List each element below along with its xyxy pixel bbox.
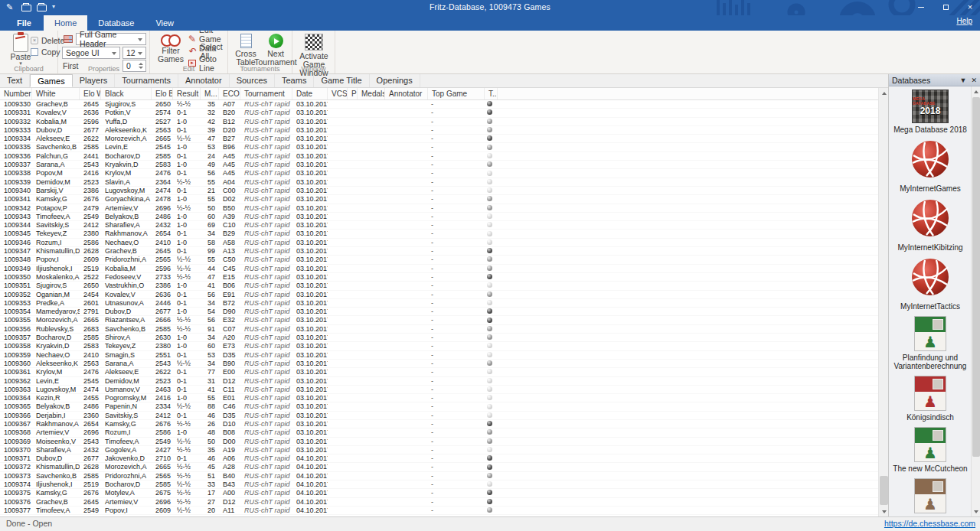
table-row[interactable]: 1009372Khismatullin,D2628Morozevich,A266… (0, 463, 878, 471)
database-item-myinternetkibitzing[interactable]: MyInternetKibitzing (897, 198, 962, 252)
table-row[interactable]: 1009350Moskalenko,A2522Fedoseev,V2733½-½… (0, 273, 878, 282)
table-row[interactable]: 1009356Rublevsky,S2683Savchenko,B2585½-½… (0, 325, 878, 334)
database-item-myinternetgames[interactable]: MyInternetGames (900, 139, 960, 193)
table-row[interactable]: 1009367Rakhmanov,A2654Kamsky,G2676½-½26D… (0, 420, 878, 428)
table-scrollbar[interactable] (878, 88, 888, 516)
tab-view[interactable]: View (145, 15, 185, 31)
table-row[interactable]: 1009355Morozevich,A2665Riazantsev,A2666½… (0, 316, 878, 324)
column-header-tournament[interactable]: Tournament (240, 88, 292, 99)
table-row[interactable]: 1009335Savchenko,B2585Levin,E25451-053B9… (0, 143, 878, 151)
help-link[interactable]: Help (956, 17, 972, 25)
sidebar-scroll-up-icon[interactable] (972, 86, 980, 96)
table-row[interactable]: 1009363Lugovskoy,M2474Usmanov,V24630-141… (0, 386, 878, 394)
table-row[interactable]: 1009366Derjabin,I2360Savitskiy,S24120-14… (0, 412, 878, 420)
table-row[interactable]: 1009361Krylov,M2476Alekseev,E26220-177E0… (0, 368, 878, 376)
column-header-vcs[interactable]: VCS (328, 88, 348, 99)
font-name-select[interactable]: Segoe UI (62, 47, 120, 59)
table-row[interactable]: 1009373Savchenko,B2585Pridorozhni,A2565½… (0, 472, 878, 481)
tab-database[interactable]: Database (87, 15, 145, 31)
table-row[interactable]: 1009330Grachev,B2645Sjugirov,S2650½-½35A… (0, 100, 878, 109)
open-folder-icon[interactable] (21, 5, 31, 11)
filter-games-button[interactable]: Filter Games (155, 34, 187, 64)
database-item-k-nigsindisch[interactable]: ♟Königsindisch (906, 376, 954, 422)
new-database-icon[interactable] (37, 5, 47, 11)
list-tab-tournaments[interactable]: Tournaments (115, 74, 178, 87)
column-header-black[interactable]: Black (101, 88, 152, 99)
list-tab-text[interactable]: Text (0, 74, 30, 87)
sidebar-scrollbar-thumb[interactable] (972, 97, 980, 457)
table-row[interactable]: 1009351Sjugirov,S2650Vastrukhin,O23861-0… (0, 282, 878, 290)
database-item-the-new-mccutcheon[interactable]: ♟The new McCutcheon (893, 427, 967, 473)
column-header-annotator[interactable]: Annotator (385, 88, 428, 99)
table-row[interactable]: 1009371Dubov,D2677Jakovenko,D27100-146A0… (0, 454, 878, 463)
edit-icon[interactable]: ✎ (6, 3, 16, 11)
column-header-white[interactable]: White (32, 88, 80, 99)
table-row[interactable]: 1009346Rozum,I2586Nechaev,O24101-058A58R… (0, 239, 878, 247)
table-row[interactable]: 1009337Sarana,A2543Kryakvin,D25831-049A4… (0, 161, 878, 169)
list-tab-openings[interactable]: Openings (370, 74, 420, 87)
game-header-select[interactable]: Full Game Header (76, 33, 146, 45)
table-row[interactable]: 1009338Popov,M2416Krylov,M24760-156A45RU… (0, 169, 878, 178)
database-item-myinternettactics[interactable]: MyInternetTactics (900, 257, 960, 311)
font-size-select[interactable]: 12 (122, 47, 146, 59)
table-row[interactable]: 1009358Kryakvin,D2583Tekeyev,Z23801-060E… (0, 342, 878, 350)
column-header-medals[interactable]: Medals (358, 88, 385, 99)
table-row[interactable]: 1009376Grachev,B2645Artemiev,V2696½-½27D… (0, 498, 878, 507)
column-header-top-game[interactable]: Top Game (428, 88, 485, 99)
qat-dropdown-icon[interactable]: ▾ (52, 2, 55, 11)
minimize-button[interactable] (914, 2, 928, 12)
table-row[interactable]: 1009344Savitskiy,S2412Sharafiev,A24321-0… (0, 221, 878, 230)
table-row[interactable]: 1009342Potapov,P2479Artemiev,V2696½-½50B… (0, 204, 878, 213)
table-row[interactable]: 1009352Oganian,M2454Kovalev,V26360-156E9… (0, 291, 878, 299)
copy-button[interactable]: Copy (31, 47, 60, 57)
table-row[interactable]: 1009347Khismatullin,D2628Grachev,B26450-… (0, 247, 878, 256)
restore-button[interactable] (939, 2, 952, 12)
table-row[interactable]: 1009331Kovalev,V2636Potkin,V25740-132B20… (0, 109, 878, 117)
table-row[interactable]: 1009375Kamsky,G2676Motylev,A2675½-½17A00… (0, 489, 878, 497)
table-row[interactable]: 1009340Barskij,V2386Lugovskoy,M24740-121… (0, 187, 878, 195)
next-tournament-button[interactable]: Next Tournament (260, 34, 291, 67)
column-header-elo-b[interactable]: Elo B (152, 88, 173, 99)
column-header-eco[interactable]: ECO (219, 88, 240, 99)
list-tab-games[interactable]: Games (30, 74, 72, 87)
column-header-number[interactable]: Number (0, 88, 32, 99)
table-row[interactable]: 1009370Sharafiev,A2432Gogolev,A2427½-½35… (0, 446, 878, 454)
sidebar-scroll-down-icon[interactable] (972, 507, 980, 516)
table-row[interactable]: 1009334Alekseev,E2622Morozevich,A2665½-½… (0, 135, 878, 143)
table-row[interactable]: 1009374Iljiushenok,I2519Bocharov,D2585½-… (0, 481, 878, 489)
table-row[interactable]: 1009365Belyakov,B2486Papenin,N2334½-½88C… (0, 402, 878, 411)
table-row[interactable]: 1009359Nechaev,O2410Smagin,S25510-153D35… (0, 351, 878, 360)
table-row[interactable]: 1009349Iljiushenok,I2519Kobalia,M2596½-½… (0, 265, 878, 273)
table-row[interactable]: 1009343Timofeev,A2549Belyakov,B24861-060… (0, 213, 878, 221)
table-row[interactable]: 1009353Predke,A2601Utnasunov,A24460-134B… (0, 299, 878, 308)
close-button[interactable]: × (963, 2, 977, 12)
column-header-elo-w[interactable]: Elo W (80, 88, 101, 99)
tab-file[interactable]: File (5, 15, 44, 31)
column-header-t[interactable]: T... (485, 88, 498, 99)
column-header-p[interactable]: P (348, 88, 358, 99)
column-header-date[interactable]: Date (292, 88, 328, 99)
table-row[interactable]: 1009348Popov,I2609Pridorozhni,A2565½-½55… (0, 256, 878, 264)
table-row[interactable]: 1009364Kezin,R2455Pogromsky,M24161-055E0… (0, 394, 878, 402)
table-row[interactable]: 1009345Tekeyev,Z2380Rakhmanov,A26540-134… (0, 230, 878, 238)
column-header-result[interactable]: Result (173, 88, 201, 99)
table-row[interactable]: 1009354Mamedyarov,S2791Dubov,D26771-054D… (0, 308, 878, 316)
tab-home[interactable]: Home (44, 15, 87, 31)
chessbase-link[interactable]: https://de.chessbase.com (884, 519, 975, 528)
table-row[interactable]: 1009368Artemiev,V2696Rozum,I25861-048B08… (0, 428, 878, 437)
scrollbar-thumb[interactable] (880, 476, 888, 505)
list-tab-players[interactable]: Players (73, 74, 116, 87)
list-tab-annotator[interactable]: Annotator (178, 74, 230, 87)
table-row[interactable]: 1009332Kobalia,M2596Yuffa,D25271-042B12R… (0, 118, 878, 126)
table-row[interactable]: 1009362Levin,E2545Demidov,M25230-131D12R… (0, 377, 878, 386)
panel-dropdown-icon[interactable]: ▼ (960, 77, 967, 84)
table-row[interactable]: 1009336Palchun,G2441Bocharov,D25850-124A… (0, 152, 878, 161)
table-row[interactable]: 1009369Moiseenko,V2543Timofeev,A2549½-½5… (0, 438, 878, 446)
database-item-planfindung-und-variantenberechnung[interactable]: ♟Planfindung und Variantenberechnung (890, 316, 970, 370)
table-row[interactable]: 1009339Demidov,M2523Slavin,A2364½-½55A04… (0, 178, 878, 187)
list-tab-sources[interactable]: Sources (230, 74, 275, 87)
column-header-m[interactable]: M... (201, 88, 219, 99)
panel-close-icon[interactable]: ✕ (971, 77, 977, 84)
database-item-mega-database-2018[interactable]: MEGA DATABASE2018Mega Database 2018 (893, 90, 967, 134)
sidebar-scrollbar[interactable] (971, 86, 980, 516)
